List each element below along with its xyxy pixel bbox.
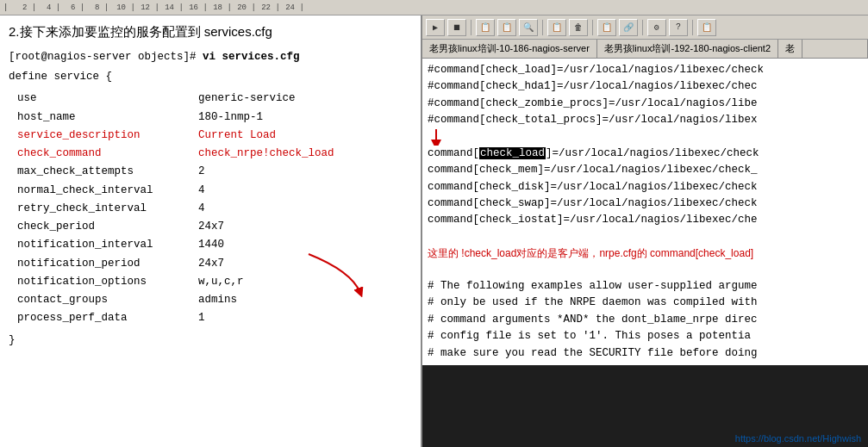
terminal-line-blank2 [428,262,863,278]
toolbar-sep-4 [642,20,643,35]
value-max-check: 2 [198,163,205,181]
ruler-num: 22 | [259,3,283,12]
terminal-line-10: command[check_iostat]=/usr/local/nagios/… [428,212,863,228]
ruler-num: 18 | [210,3,234,12]
toolbar-btn-help[interactable]: ? [669,19,688,36]
ruler-num: 16 | [186,3,210,12]
terminal-line-2: #command[check_hda1]=/usr/local/nagios/l… [428,78,863,95]
shell-command: vi services.cfg [203,51,300,63]
tab-extra[interactable]: 老 [778,40,802,58]
define-line: define service { [9,68,412,86]
tab-label-extra: 老 [785,42,795,55]
ruler-num: 20 | [234,3,259,12]
ruler-num: 8 | [90,3,114,12]
terminal-line-comment4: # config file is set to '1'. This poses … [428,328,863,345]
field-check-period: check_period [17,218,198,236]
command-line: [root@nagios-server objects]# vi service… [9,51,412,63]
value-normal-check: 4 [198,182,205,200]
ruler-num: 4 | [41,3,66,12]
terminal-line-comment5: # make sure you read the SECURITY file b… [428,345,863,362]
toolbar-btn-2[interactable]: ⏹ [447,19,466,36]
toolbar-row: ▶ ⏹ 📋 📋 🔍 📋 🗑 📋 🔗 ⚙ ? 📋 [422,16,868,40]
left-panel: 2.接下来添加要监控的服务配置到 services.cfg [root@nagi… [0,16,422,447]
tab-nagios-server[interactable]: 老男孩linux培训-10-186-nagios-server [422,40,597,58]
value-check-period: 24x7 [198,218,224,236]
value-retry-check: 4 [198,200,205,218]
toolbar-btn-9[interactable]: 🔗 [619,19,638,36]
config-block: define service { use generic-service hos… [9,68,412,350]
config-row-retry-check: retry_check_interval 4 [9,200,412,218]
toolbar-btn-6[interactable]: 📋 [547,19,566,36]
config-row-normal-check: normal_check_interval 4 [9,182,412,200]
toolbar-btn-settings[interactable]: ⚙ [647,19,666,36]
config-row-hostname: host_name 180-lnmp-1 [9,109,412,127]
ruler-num: 14 | [162,3,186,12]
field-svc-desc: service_description [17,127,198,145]
toolbar-btn-8[interactable]: 📋 [597,19,616,36]
value-contact-groups: admins [198,291,237,309]
value-notif-period: 24x7 [198,255,224,273]
terminal-line-3: #command[check_zombie_procs]=/usr/local/… [428,96,863,112]
config-row-perf-data: process_perf_data 1 [9,309,412,327]
terminal-line-4: #command[check_total_procs]=/usr/local/n… [428,112,863,128]
value-hostname: 180-lnmp-1 [198,109,263,127]
terminal-line-1: #command[check_load]=/usr/local/nagios/l… [428,62,863,78]
terminal-line-8: command[check_disk]=/usr/local/nagios/li… [428,179,863,196]
value-perf-data: 1 [198,309,205,327]
toolbar-sep-1 [471,20,471,35]
toolbar-btn-7[interactable]: 🗑 [569,19,588,36]
left-content: [root@nagios-server objects]# vi service… [0,47,421,447]
ruler-numbers: 2 | 4 | 6 | 8 | 10 | 12 | 14 | 16 | 18 |… [17,3,307,12]
terminal-annotation: 这里的 !check_load对应的是客户端，nrpe.cfg的 command… [428,245,863,262]
value-notif-options: w,u,c,r [198,273,244,291]
ruler-num: 24 | [283,3,307,12]
toolbar-btn-extra[interactable]: 📋 [697,19,716,36]
terminal-wrapper: #command[check_load]=/usr/local/nagios/l… [422,59,868,447]
ruler-num: 12 | [138,3,162,12]
terminal-line-comment2: # only be used if the NRPE daemon was co… [428,295,863,311]
terminal-line-blank [428,229,863,245]
field-check-cmd: check_command [17,145,198,163]
arrow-svg-left [300,245,369,297]
tab-nagios-client2[interactable]: 老男孩linux培训-192-180-nagios-client2 [597,40,778,58]
tab-label-client2: 老男孩linux培训-192-180-nagios-client2 [604,42,771,55]
field-max-check: max_check_attempts [17,163,198,181]
field-notif-period: notification_period [17,255,198,273]
config-row-max-check: max_check_attempts 2 [9,163,412,181]
ruler-num: 10 | [114,3,138,12]
toolbar-btn-3[interactable]: 📋 [476,19,495,36]
terminal-line-9: command[check_swap]=/usr/local/nagios/li… [428,196,863,212]
field-normal-check: normal_check_interval [17,182,198,200]
value-check-cmd: check_nrpe!check_load [198,145,334,163]
config-row-use: use generic-service [9,90,412,108]
value-svc-desc: Current Load [198,127,276,145]
toolbar-btn-1[interactable]: ▶ [426,19,445,36]
tab-spacer [802,40,868,58]
highlighted-check-load: check_load [479,147,546,159]
ruler-bar: | 2 | 4 | 6 | 8 | 10 | 12 | 14 | 16 | 18… [0,0,868,16]
terminal-line-comment3: # command arguments *AND* the dont_blame… [428,312,863,328]
field-notif-interval: notification_interval [17,236,198,254]
ruler-num: 6 | [66,3,90,12]
value-use: generic-service [198,90,296,108]
close-brace: } [9,332,412,350]
tabs-bar: 老男孩linux培训-10-186-nagios-server 老男孩linux… [422,40,868,59]
arrow-annotation-left [300,245,369,301]
terminal-line-comment1: # The following examples allow user-supp… [428,278,863,295]
shell-prompt: [root@nagios-server objects]# [9,51,203,63]
terminal-line-7: command[check_mem]=/usr/local/nagios/lib… [428,162,863,178]
field-notif-options: notification_options [17,273,198,291]
toolbar-btn-5[interactable]: 🔍 [519,19,538,36]
arrow-svg-right [428,129,453,146]
field-perf-data: process_perf_data [17,309,198,327]
field-contact-groups: contact_groups [17,291,198,309]
right-panel: ▶ ⏹ 📋 📋 🔍 📋 🗑 📋 🔗 ⚙ ? 📋 老男孩linux培训-10-18… [422,16,868,447]
field-use: use [17,90,198,108]
toolbar-btn-4[interactable]: 📋 [497,19,516,36]
config-row-check-cmd: check_command check_nrpe!check_load [9,145,412,163]
toolbar-sep-5 [692,20,693,35]
toolbar-sep-2 [542,20,543,35]
terminal-content: #command[check_load]=/usr/local/nagios/l… [422,59,868,365]
terminal-line-6: command[check_load]=/usr/local/nagios/li… [428,146,863,162]
toolbar-sep-3 [592,20,593,35]
